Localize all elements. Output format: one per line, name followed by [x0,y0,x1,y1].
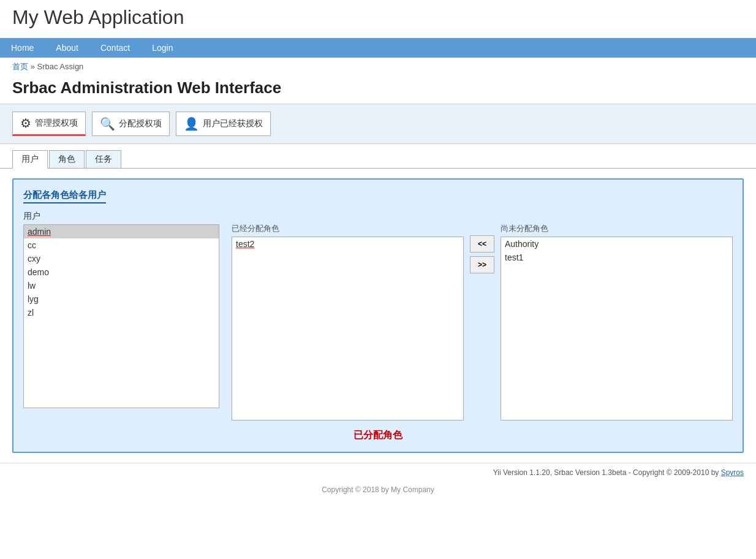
page-title: Srbac Administration Web Interface [0,76,756,104]
user-list-item[interactable]: lyg [24,292,219,306]
toolbar-btn-icon-0: ⚙ [20,116,31,131]
unassigned-role-item[interactable]: test1 [501,251,732,264]
section-title: 分配各角色给各用户 [23,189,106,203]
toolbar-btn-label-2: 用户已经获授权 [203,118,263,129]
user-list-item[interactable]: demo [24,265,219,279]
nav-item-about[interactable]: About [45,38,89,58]
nav-item-contact[interactable]: Contact [89,38,141,58]
main-content: 分配各角色给各用户 用户 admincccxydemolwlygzl 已经分配角… [0,169,756,463]
assign-layout: 用户 admincccxydemolwlygzl 已经分配角色 test2 <<… [23,211,733,420]
tabs-container: 用户角色任务 [0,144,756,169]
transfer-left-button[interactable]: << [470,235,494,253]
unassigned-role-item[interactable]: Authority [501,237,732,251]
toolbar-btn-icon-2: 👤 [184,116,199,131]
tab-1[interactable]: 角色 [49,150,85,168]
transfer-right-button[interactable]: >> [470,256,494,273]
unassigned-listbox[interactable]: Authoritytest1 [501,237,733,420]
tab-0[interactable]: 用户 [12,150,48,169]
nav-item-login[interactable]: Login [141,38,184,58]
breadcrumb-current: Srbac Assign [37,62,83,71]
footer-yii: Yii Version 1.1.20, Srbac Version 1.3bet… [0,463,756,482]
toolbar-btn-label-0: 管理授权项 [35,118,78,129]
assigned-panel-label: 已经分配角色 [232,223,464,234]
app-title: My Web Application [12,6,744,29]
user-list-item[interactable]: cxy [24,252,219,265]
assigned-listbox[interactable]: test2 [232,237,464,420]
user-panel-label: 用户 [23,211,219,222]
unassigned-panel: 尚未分配角色 Authoritytest1 [501,223,733,420]
navbar: HomeAboutContactLogin [0,38,756,58]
user-listbox[interactable]: admincccxydemolwlygzl [23,224,219,408]
user-list-item[interactable]: admin [24,225,219,238]
toolbar-btn-0[interactable]: ⚙管理授权项 [12,112,86,136]
footer-copyright: Copyright © 2018 by My Company [0,482,756,498]
toolbar-btn-1[interactable]: 🔍分配授权项 [92,112,170,136]
footer-yii-link[interactable]: Spyros [721,468,744,477]
nav-list: HomeAboutContactLogin [0,38,756,58]
breadcrumb-home[interactable]: 首页 [12,62,28,71]
already-assigned-label: 已分配角色 [23,429,733,442]
assigned-role-item[interactable]: test2 [232,237,463,251]
user-list-item[interactable]: zl [24,306,219,319]
tab-2[interactable]: 任务 [86,150,121,168]
user-list-item[interactable]: lw [24,279,219,292]
toolbar: ⚙管理授权项🔍分配授权项👤用户已经获授权 [0,104,756,144]
toolbar-btn-2[interactable]: 👤用户已经获授权 [176,112,271,136]
assign-section: 分配各角色给各用户 用户 admincccxydemolwlygzl 已经分配角… [12,178,744,453]
btn-area: << >> [470,235,494,273]
toolbar-btn-label-1: 分配授权项 [119,118,162,129]
unassigned-panel-label: 尚未分配角色 [501,223,733,234]
assigned-panel: 已经分配角色 test2 [232,223,464,420]
breadcrumb-separator: » [31,62,37,71]
breadcrumb: 首页 » Srbac Assign [0,58,756,76]
user-list-item[interactable]: cc [24,238,219,252]
nav-item-home[interactable]: Home [0,38,45,58]
footer-yii-text: Yii Version 1.1.20, Srbac Version 1.3bet… [493,468,721,477]
toolbar-btn-icon-1: 🔍 [100,116,115,131]
transfer-section: 已经分配角色 test2 << >> 尚未分配角色 Authoritytest1 [232,223,733,420]
user-panel: 用户 admincccxydemolwlygzl [23,211,219,408]
